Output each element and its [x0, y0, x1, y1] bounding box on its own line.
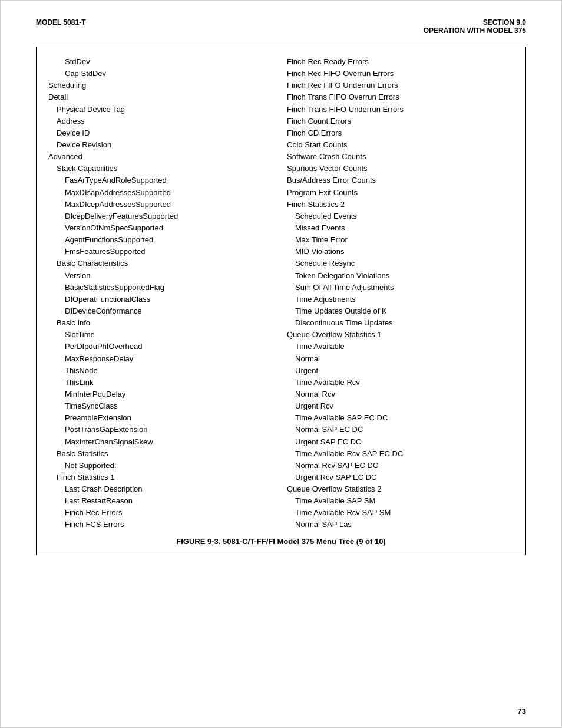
right-menu-item: Urgent	[287, 365, 514, 377]
right-menu-item: Finch CD Errors	[287, 127, 514, 139]
right-menu-item: Sum Of All Time Adjustments	[287, 282, 514, 294]
page-header: MODEL 5081-T SECTION 9.0 OPERATION WITH …	[36, 18, 526, 35]
right-menu-item: Time Available Rcv SAP EC DC	[287, 448, 514, 460]
left-column: StdDevCap StdDevSchedulingDetailPhysical…	[48, 56, 281, 531]
right-menu-item: Time Adjustments	[287, 294, 514, 305]
left-menu-item: Scheduling	[48, 80, 275, 91]
left-menu-item: SlotTime	[48, 329, 275, 341]
left-menu-item: VersionOfNmSpecSupported	[48, 222, 275, 234]
left-menu-item: MaxInterChanSignalSkew	[48, 436, 275, 448]
header-section: SECTION 9.0 OPERATION WITH MODEL 375	[424, 18, 526, 35]
right-menu-item: Finch Rec Ready Errors	[287, 56, 514, 68]
left-menu-item: Detail	[48, 91, 275, 103]
right-menu-item: Spurious Vector Counts	[287, 163, 514, 174]
left-menu-item: DIDeviceConformance	[48, 305, 275, 317]
left-menu-item: PreambleExtension	[48, 412, 275, 424]
left-menu-item: Cap StdDev	[48, 68, 275, 80]
left-menu-item: StdDev	[48, 56, 275, 68]
right-menu-item: MID Violations	[287, 246, 514, 258]
left-menu-item: MinInterPduDelay	[48, 388, 275, 400]
right-menu-item: Normal SAP Las	[287, 519, 514, 531]
right-menu-item: Scheduled Events	[287, 210, 514, 222]
left-menu-item: Finch FCS Errors	[48, 519, 275, 531]
left-menu-item: Last Crash Description	[48, 483, 275, 495]
right-menu-item: Queue Overflow Statistics 1	[287, 329, 514, 341]
right-column: Finch Rec Ready ErrorsFinch Rec FIFO Ove…	[281, 56, 514, 531]
right-menu-item: Finch Count Errors	[287, 116, 514, 127]
right-menu-item: Software Crash Counts	[287, 151, 514, 163]
right-menu-item: Time Available SAP SM	[287, 495, 514, 507]
left-menu-item: Finch Statistics 1	[48, 472, 275, 483]
left-menu-item: PostTransGapExtension	[48, 424, 275, 436]
menu-tree-columns: StdDevCap StdDevSchedulingDetailPhysical…	[48, 56, 514, 531]
right-menu-item: Program Exit Counts	[287, 187, 514, 199]
left-menu-item: ThisNode	[48, 365, 275, 377]
left-menu-item: FasArTypeAndRoleSupported	[48, 174, 275, 186]
left-menu-item: ThisLink	[48, 377, 275, 388]
left-menu-item: Finch Rec Errors	[48, 507, 275, 519]
figure-caption: FIGURE 9-3. 5081-C/T-FF/FI Model 375 Men…	[48, 537, 514, 546]
right-menu-item: Normal Rcv	[287, 388, 514, 400]
left-menu-item: Basic Statistics	[48, 448, 275, 460]
right-menu-item: Bus/Address Error Counts	[287, 174, 514, 186]
left-menu-item: BasicStatisticsSupportedFlag	[48, 282, 275, 294]
header-model: MODEL 5081-T	[36, 18, 85, 27]
right-menu-item: Urgent Rcv SAP EC DC	[287, 472, 514, 483]
left-menu-item: MaxDIsapAddressesSupported	[48, 187, 275, 199]
left-menu-item: DIOperatFunctionalClass	[48, 294, 275, 305]
right-menu-item: Finch Rec FIFO Overrun Errors	[287, 68, 514, 80]
left-menu-item: Basic Info	[48, 317, 275, 329]
right-menu-item: Schedule Resync	[287, 258, 514, 269]
left-menu-item: FmsFeaturesSupported	[48, 246, 275, 258]
left-menu-item: DIcepDeliveryFeaturesSupported	[48, 210, 275, 222]
right-menu-item: Token Delegation Violations	[287, 270, 514, 282]
left-menu-item: Basic Characteristics	[48, 258, 275, 269]
left-menu-item: Device ID	[48, 127, 275, 139]
right-menu-item: Normal Rcv SAP EC DC	[287, 460, 514, 472]
right-menu-item: Urgent SAP EC DC	[287, 436, 514, 448]
left-menu-item: TimeSyncClass	[48, 400, 275, 412]
right-menu-item: Cold Start Counts	[287, 139, 514, 151]
right-menu-item: Finch Rec FIFO Underrun Errors	[287, 80, 514, 91]
left-menu-item: AgentFunctionsSupported	[48, 234, 275, 246]
left-menu-item: Device Revision	[48, 139, 275, 151]
left-menu-item: Stack Capabilities	[48, 163, 275, 174]
page: MODEL 5081-T SECTION 9.0 OPERATION WITH …	[0, 0, 562, 728]
right-menu-item: Finch Statistics 2	[287, 199, 514, 210]
right-menu-item: Time Available	[287, 341, 514, 353]
right-menu-item: Normal	[287, 353, 514, 365]
right-menu-item: Urgent Rcv	[287, 400, 514, 412]
right-menu-item: Finch Trans FIFO Underrun Errors	[287, 104, 514, 116]
left-menu-item: Advanced	[48, 151, 275, 163]
right-menu-item: Time Available Rcv	[287, 377, 514, 388]
left-menu-item: MaxResponseDelay	[48, 353, 275, 365]
left-menu-item: Version	[48, 270, 275, 282]
left-menu-item: MaxDIcepAddressesSupported	[48, 199, 275, 210]
right-menu-item: Normal SAP EC DC	[287, 424, 514, 436]
left-menu-item: Physical Device Tag	[48, 104, 275, 116]
left-menu-item: PerDIpduPhIOverhead	[48, 341, 275, 353]
content-box: StdDevCap StdDevSchedulingDetailPhysical…	[36, 47, 526, 555]
right-menu-item: Missed Events	[287, 222, 514, 234]
right-menu-item: Discontinuous Time Updates	[287, 317, 514, 329]
right-menu-item: Queue Overflow Statistics 2	[287, 483, 514, 495]
left-menu-item: Last RestartReason	[48, 495, 275, 507]
right-menu-item: Time Updates Outside of K	[287, 305, 514, 317]
right-menu-item: Finch Trans FIFO Overrun Errors	[287, 91, 514, 103]
right-menu-item: Time Available Rcv SAP SM	[287, 507, 514, 519]
left-menu-item: Address	[48, 116, 275, 127]
page-number: 73	[518, 707, 526, 716]
left-menu-item: Not Supported!	[48, 460, 275, 472]
right-menu-item: Max Time Error	[287, 234, 514, 246]
right-menu-item: Time Available SAP EC DC	[287, 412, 514, 424]
